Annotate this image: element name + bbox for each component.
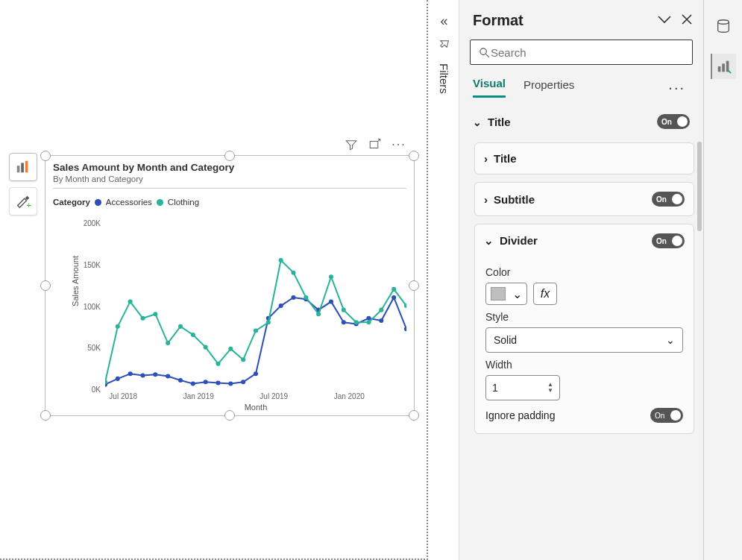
chevron-right-icon: › xyxy=(484,152,488,165)
svg-point-14 xyxy=(216,380,220,385)
legend-item-clothing: Clothing xyxy=(168,198,199,207)
build-visual-button[interactable] xyxy=(9,153,37,181)
card-subtitle: ›Subtitle On xyxy=(474,182,694,216)
format-search[interactable] xyxy=(470,40,693,65)
visual-divider xyxy=(53,188,406,189)
legend-label: Category xyxy=(53,198,90,207)
visualizations-pane-icon[interactable] xyxy=(711,54,736,79)
filters-funnel-icon[interactable] xyxy=(438,37,451,53)
svg-point-13 xyxy=(204,380,208,384)
svg-point-11 xyxy=(178,378,183,383)
section-title[interactable]: ⌄Title On xyxy=(467,105,699,138)
svg-point-50 xyxy=(354,320,359,324)
svg-point-31 xyxy=(116,324,120,329)
resize-handle[interactable] xyxy=(409,280,419,291)
card-subtitle-head[interactable]: ›Subtitle On xyxy=(475,183,694,215)
ignore-padding-toggle[interactable]: On xyxy=(650,408,683,423)
plot-area: Sales Amount Month 200K 150K 100K 50K 0K… xyxy=(105,223,406,389)
color-picker[interactable]: ⌄ xyxy=(485,283,527,305)
divider-toggle[interactable]: On xyxy=(652,233,685,248)
y-tick: 200K xyxy=(84,219,101,227)
resize-handle[interactable] xyxy=(409,151,419,161)
spinner-icon[interactable]: ▲▼ xyxy=(547,382,553,394)
svg-rect-0 xyxy=(17,166,20,172)
svg-point-42 xyxy=(254,328,258,333)
svg-point-32 xyxy=(128,300,133,304)
x-tick: Jan 2020 xyxy=(334,392,365,400)
resize-handle[interactable] xyxy=(40,410,51,421)
card-divider-head[interactable]: ⌄Divider On xyxy=(475,224,694,257)
chevron-down-icon: ⌄ xyxy=(484,234,494,247)
filter-icon[interactable] xyxy=(344,137,359,152)
card-title-head[interactable]: ›Title xyxy=(475,143,694,174)
svg-line-56 xyxy=(486,54,489,57)
legend-dot-accessories xyxy=(95,199,101,206)
legend: Category Accessories Clothing xyxy=(45,192,414,208)
resize-handle[interactable] xyxy=(224,151,235,161)
style-select[interactable]: Solid ⌄ xyxy=(485,327,683,353)
color-swatch-preview xyxy=(491,287,506,301)
resize-handle[interactable] xyxy=(224,410,235,421)
x-tick: Jan 2019 xyxy=(183,392,214,400)
resize-handle[interactable] xyxy=(409,410,419,421)
ignore-padding-label: Ignore padding xyxy=(485,409,555,421)
more-options-icon[interactable]: ··· xyxy=(392,137,406,152)
fx-button[interactable]: fx xyxy=(533,283,557,305)
chevron-down-icon[interactable] xyxy=(657,14,672,28)
canvas-area[interactable]: + ··· Sales Amount by Month and Category… xyxy=(0,0,428,560)
tab-visual[interactable]: Visual xyxy=(473,77,506,98)
svg-text:+: + xyxy=(27,201,31,210)
chart-visual[interactable]: ··· Sales Amount by Month and Category B… xyxy=(45,155,415,416)
filters-label[interactable]: Filters xyxy=(438,63,450,94)
width-label: Width xyxy=(485,359,683,371)
svg-point-51 xyxy=(366,320,371,324)
svg-point-45 xyxy=(291,271,295,275)
svg-point-47 xyxy=(316,312,321,316)
svg-point-35 xyxy=(166,341,170,345)
svg-point-34 xyxy=(153,312,157,316)
width-value: 1 xyxy=(492,382,498,394)
card-title: ›Title xyxy=(474,142,694,174)
tab-properties[interactable]: Properties xyxy=(524,78,574,97)
subtitle-toggle[interactable]: On xyxy=(652,192,685,207)
data-pane-icon[interactable] xyxy=(711,13,736,39)
svg-point-38 xyxy=(204,345,208,350)
svg-point-52 xyxy=(379,308,383,312)
svg-point-24 xyxy=(342,320,346,324)
svg-point-48 xyxy=(329,274,333,279)
svg-point-41 xyxy=(241,357,245,362)
svg-rect-59 xyxy=(722,63,725,72)
format-scroll-area[interactable]: ⌄Title On ›Title ›Subtitle On ⌄Divider O… xyxy=(459,98,703,560)
visual-subtitle: By Month and Category xyxy=(53,174,406,183)
format-search-input[interactable] xyxy=(491,46,685,59)
svg-point-28 xyxy=(392,295,396,300)
svg-point-9 xyxy=(153,372,157,377)
more-tabs-icon[interactable]: ··· xyxy=(668,79,690,96)
format-visual-button[interactable]: + xyxy=(9,187,37,215)
svg-rect-2 xyxy=(25,161,28,173)
x-axis-label: Month xyxy=(245,403,268,412)
svg-point-57 xyxy=(717,20,729,25)
svg-point-29 xyxy=(404,327,406,331)
y-tick: 0K xyxy=(92,386,101,394)
svg-point-49 xyxy=(342,308,346,312)
scrollbar-thumb[interactable] xyxy=(697,142,702,231)
expand-filters-icon[interactable]: « xyxy=(440,13,447,29)
svg-point-33 xyxy=(140,316,145,321)
title-toggle[interactable]: On xyxy=(657,114,690,129)
chevron-down-icon: ⌄ xyxy=(666,334,675,346)
resize-handle[interactable] xyxy=(40,151,51,161)
line-chart-svg xyxy=(105,223,406,388)
svg-point-39 xyxy=(216,362,220,366)
svg-point-46 xyxy=(304,295,308,300)
focus-mode-icon[interactable] xyxy=(368,137,383,152)
svg-point-43 xyxy=(266,320,271,324)
visual-header-toolbar: ··· xyxy=(344,137,406,152)
resize-handle[interactable] xyxy=(40,280,51,291)
close-icon[interactable] xyxy=(681,13,693,28)
visual-mini-toolbar: + xyxy=(9,153,37,215)
width-input[interactable]: 1 ▲▼ xyxy=(485,375,560,400)
right-rail xyxy=(704,0,742,560)
svg-point-16 xyxy=(241,380,245,384)
svg-point-53 xyxy=(392,287,396,292)
